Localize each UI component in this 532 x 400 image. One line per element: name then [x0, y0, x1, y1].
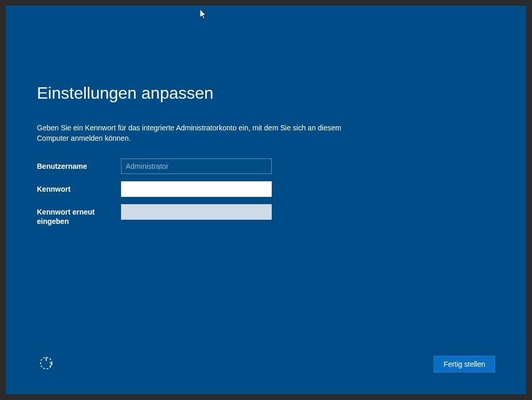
page-title: Einstellungen anpassen [37, 84, 495, 103]
password-label: Kennwort [37, 181, 121, 194]
username-label: Benutzername [37, 158, 121, 171]
password-row: Kennwort [37, 181, 495, 197]
confirm-password-row: Kennwort erneut eingeben [37, 204, 495, 226]
finish-button[interactable]: Fertig stellen [434, 356, 495, 372]
ease-of-access-button[interactable] [37, 355, 56, 374]
ease-of-access-icon [38, 355, 54, 373]
setup-window: Einstellungen anpassen Geben Sie ein Ken… [6, 6, 526, 394]
bottom-bar: Fertig stellen [37, 355, 495, 374]
username-field [121, 158, 272, 174]
username-row: Benutzername [37, 158, 495, 174]
content-area: Einstellungen anpassen Geben Sie ein Ken… [37, 84, 495, 353]
page-description: Geben Sie ein Kennwort für das integrier… [37, 123, 349, 144]
confirm-password-field[interactable] [121, 204, 272, 220]
confirm-password-label: Kennwort erneut eingeben [37, 204, 121, 226]
password-field[interactable] [121, 181, 272, 197]
